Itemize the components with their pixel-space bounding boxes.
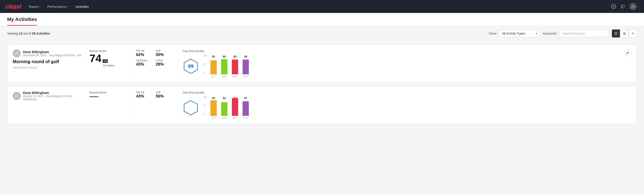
bar-app-label: 82 [223,96,226,100]
updown-metric: Up/Down 43% [136,59,152,67]
avatar [630,3,637,10]
round-score-label: Round Score [90,49,125,53]
shot-quality-container: Avg Shot Quality 89 100 [183,49,249,78]
card-user-info: Dave Billingham December 05, 2021 - Gog … [13,49,84,69]
user-details: Dave Billingham December 05, 2021 - Gog … [23,50,81,57]
round-score-section: Round Score 74 +4 18 Holes [90,49,125,67]
filter-bar: Viewing 12 out of 29 Activities Show: Al… [0,26,644,41]
bar-app: 82 [221,96,228,116]
viewing-count: Viewing 12 out of 29 Activities [7,32,485,35]
round-score-label: Round Score [90,91,125,94]
y-axis-100: 100 [203,54,207,57]
x-label-arg: ARG [232,76,238,78]
user-row: Dave Billingham December 05, 2021 - Gog … [13,49,84,57]
user-name: Dave Billingham [23,91,84,94]
fw-hit-value: 43% [136,94,152,98]
activity-card: Dave Billingham October 16, 2021 - Gog M… [7,86,637,124]
logo[interactable]: clippd [5,3,21,10]
compact-view-button[interactable]: ≡ [629,30,637,38]
chevron-down-icon: ▾ [39,5,40,8]
edit-button[interactable] [624,49,631,56]
bar-arg-bar [232,98,238,116]
avg-shot-quality-label: Avg Shot Quality [183,49,249,53]
nav-activities-label: Activities [76,5,89,8]
shot-quality-hexagon [183,100,199,116]
x-label-app: APP [221,117,228,119]
bar-app: 90 [221,55,228,74]
y-axis-0: 0 [203,72,207,74]
bar-ott-label: 94 [212,96,215,100]
page-title: My Activities [7,16,37,26]
bar-arg-bar [232,60,238,74]
one-putt-label: 1 Putt [156,59,172,62]
grid-view-button[interactable]: ⊞ [620,30,628,38]
holes-text: 18 Holes [103,64,114,67]
nav-teams[interactable]: Teams ▾ [28,4,40,9]
bar-putt: 89 [242,55,249,74]
gir-metric: GIR 56% [156,91,172,98]
activity-card: Dave Billingham December 05, 2021 - Gog … [7,44,637,82]
user-row: Dave Billingham October 16, 2021 - Gog M… [13,91,84,101]
x-label-ott: OTT [210,76,217,78]
svg-marker-8 [184,100,198,115]
bar-arg: 89 [232,55,238,74]
score-dash [90,96,98,97]
user-menu[interactable]: ▾ [630,3,639,10]
shot-quality-section: Avg Shot Quality 100 50 [183,91,631,119]
score-value: 74 [90,53,101,64]
x-label-putt: PUTT [242,76,249,78]
bar-container [210,100,217,116]
score-badge: +4 [103,59,108,63]
bar-container [221,59,228,74]
hexagon-value: 89 [188,63,194,69]
divider [177,91,178,119]
list-view-button[interactable]: ☰ [612,30,620,38]
round-score-section: Round Score [90,91,125,97]
gir-label: GIR [156,91,172,94]
chevron-down-icon: ▾ [638,5,639,8]
bar-putt-bar [242,60,249,74]
fw-hit-metric: FW Hit 43% [136,91,152,98]
user-date: December 05, 2021 - Gog Magog Golf Club … [23,54,81,57]
bar-putt-bar [242,101,249,116]
shot-quality-chart: 100 50 0 85 [203,54,249,78]
x-label-ott: OTT [210,117,217,119]
divider [177,49,178,78]
search-input[interactable] [559,30,608,37]
refresh-button[interactable] [620,4,625,9]
bar-container [221,100,228,116]
one-putt-value: 28% [156,62,172,67]
navbar: clippd Teams ▾ Performance ▾ Activities [0,0,644,13]
bar-container [210,59,217,74]
x-label-putt: PUTT [242,117,249,119]
bar-container [232,100,238,116]
x-axis-labels: OTT APP ARG PUTT [203,117,249,119]
show-filter: Show: All Activity Types [489,30,539,37]
avatar [13,92,21,100]
updown-label: Up/Down [136,59,152,62]
bar-arg-label: 89 [234,55,236,58]
bar-ott-bar [210,100,217,116]
bar-putt: 87 [242,96,249,116]
bar-ott: 94 [210,96,217,116]
fw-hit-label: FW Hit [136,91,152,94]
activity-title: Morning round of golf [13,59,84,64]
bar-ott-bar [210,60,217,74]
navbar-right: ▾ [611,3,639,10]
shot-quality-container: Avg Shot Quality 100 50 [183,91,249,119]
user-date: October 16, 2021 - Gog Magog Golf Club -… [23,94,84,101]
nav-activities[interactable]: Activities [76,4,89,9]
gir-value: 56% [156,94,172,98]
nav-performance[interactable]: Performance ▾ [47,4,68,9]
bar-app-bar [221,59,228,74]
user-name: Dave Billingham [23,50,81,54]
show-label: Show: [489,32,498,35]
bar-ott-label: 85 [212,55,215,58]
activity-type-select[interactable]: All Activity Types [499,30,539,37]
svg-point-4 [16,52,18,54]
page-header: My Activities [0,13,644,26]
card-metrics: FW Hit 43% GIR 56% [136,91,172,98]
bar-app-bar [221,102,228,116]
add-button[interactable] [611,4,616,9]
activity-type-wrapper[interactable]: All Activity Types [499,30,539,37]
